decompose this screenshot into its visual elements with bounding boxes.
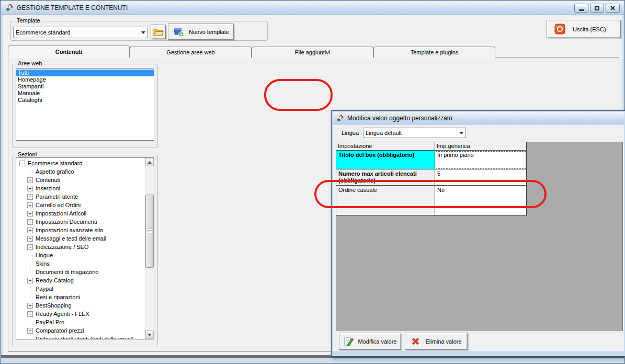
- dialog-grid-body: Titolo del box (obbligatorio) In primo p…: [336, 151, 622, 215]
- aree-web-item[interactable]: Cataloghi: [16, 97, 154, 104]
- tree-item[interactable]: + Parametri utente: [17, 192, 144, 201]
- main-titlebar[interactable]: GESTIONE TEMPLATE E CONTENUTI: [1, 1, 624, 15]
- tree-expand-icon[interactable]: [27, 320, 33, 325]
- dialog-grid-header-cell[interactable]: Imp.generica: [435, 142, 527, 151]
- tree-item[interactable]: PayPal Pro: [17, 318, 144, 326]
- elimina-valore-button[interactable]: Elimina valore: [405, 333, 468, 350]
- tree-expand-icon[interactable]: +: [27, 186, 33, 191]
- dialog-grid-row[interactable]: Titolo del box (obbligatorio) In primo p…: [336, 151, 622, 169]
- maximize-button[interactable]: [590, 4, 604, 13]
- tree-item[interactable]: + Carrello ed Ordini: [17, 201, 144, 209]
- aree-web-item[interactable]: Homepage: [16, 76, 154, 83]
- tree-item[interactable]: Skins: [17, 259, 144, 268]
- edit-pencil-icon: [344, 336, 354, 346]
- tree-expand-icon[interactable]: +: [27, 278, 33, 283]
- dialog-grid-row[interactable]: Numero max articoli elencati (obbligator…: [336, 169, 622, 186]
- exit-button[interactable]: Uscita (ESC): [547, 20, 621, 38]
- tree-expand-icon[interactable]: [27, 169, 33, 175]
- aree-web-item[interactable]: Tutti: [16, 70, 154, 76]
- tree-item[interactable]: + Impostazioni Articoli: [17, 209, 144, 218]
- tree-expand-icon[interactable]: [27, 294, 33, 300]
- tree-item[interactable]: + Impostazioni avanzate sito: [17, 226, 144, 234]
- tree-item[interactable]: Documenti di magazzino: [17, 268, 144, 276]
- tree-expand-icon[interactable]: +: [27, 194, 33, 200]
- template-combobox-value: Ecommerce standard: [14, 29, 139, 36]
- tree-item[interactable]: Richieste degli utenti (testi delle emai…: [17, 335, 144, 339]
- modifica-valore-button[interactable]: Modifica valore: [339, 333, 401, 350]
- tree-expand-icon[interactable]: [27, 261, 33, 267]
- dialog-cell-impostazione[interactable]: Ordine casuale: [336, 186, 435, 208]
- arrow-up-icon: [147, 161, 152, 164]
- tree-item[interactable]: + Contenuti: [17, 176, 144, 184]
- tree-item[interactable]: + Indicizzazione / SEO: [17, 243, 144, 251]
- power-icon: [554, 24, 565, 35]
- dialog-cell-valore[interactable]: 5: [435, 169, 527, 186]
- tree-expand-icon[interactable]: +: [27, 211, 33, 217]
- tree-expand-icon[interactable]: [27, 336, 33, 340]
- dialog-app-icon: [336, 114, 344, 123]
- tree-expand-icon[interactable]: +: [27, 228, 33, 233]
- close-button[interactable]: [606, 4, 620, 13]
- aree-web-item[interactable]: Manuale: [16, 90, 154, 97]
- tree-expand-icon[interactable]: +: [27, 202, 33, 208]
- tree-expand-icon[interactable]: +: [27, 219, 33, 225]
- dialog-cell-impostazione[interactable]: Titolo del box (obbligatorio): [336, 151, 435, 169]
- new-template-button[interactable]: Nuovo template: [168, 24, 234, 40]
- dialog-grid-row[interactable]: [336, 208, 622, 215]
- tree-expand-icon[interactable]: +: [27, 236, 33, 242]
- tree-expand-icon[interactable]: -: [19, 161, 25, 166]
- dialog-titlebar[interactable]: Modifica valori oggetto personalizzato: [333, 112, 624, 124]
- tree-item[interactable]: - Ecommerce standard: [17, 159, 144, 167]
- tree-item-label: Skins: [36, 260, 50, 267]
- tab[interactable]: File aggiuntivi: [252, 47, 373, 58]
- tree-item-label: BestShopping: [36, 302, 72, 309]
- tree-item[interactable]: Resi e riparazioni: [17, 293, 144, 301]
- tree-item[interactable]: + Ready Agenti - FLEX: [17, 310, 144, 318]
- tree-expand-icon[interactable]: +: [27, 328, 33, 334]
- tree-item[interactable]: Paypal: [17, 285, 144, 293]
- tree-item-label: Comparatori prezzi: [36, 327, 84, 334]
- tree-item[interactable]: Lingue: [17, 251, 144, 259]
- scroll-up-button[interactable]: [145, 158, 154, 166]
- dialog-cell-impostazione[interactable]: [336, 208, 435, 215]
- dialog-grid-row[interactable]: Ordine casuale No: [336, 186, 622, 208]
- template-combobox[interactable]: Ecommerce standard: [13, 27, 148, 38]
- open-template-button[interactable]: [151, 25, 166, 39]
- template-combobox-arrow[interactable]: [139, 27, 147, 38]
- scrollbar-thumb[interactable]: [145, 195, 154, 268]
- tree-expand-icon[interactable]: +: [27, 177, 33, 183]
- dialog-lingua-arrow[interactable]: [457, 128, 465, 138]
- tree-scrollbar[interactable]: [145, 158, 154, 339]
- tree-expand-icon[interactable]: [27, 286, 33, 292]
- tree-item[interactable]: + Inserzioni: [17, 184, 144, 192]
- tree-item-label: Impostazioni Documenti: [36, 219, 97, 225]
- dialog-cell-impostazione[interactable]: Numero max articoli elencati (obbligator…: [336, 169, 435, 186]
- tree-expand-icon[interactable]: +: [27, 303, 33, 309]
- tree-item[interactable]: + BestShopping: [17, 301, 144, 310]
- tree-item[interactable]: + Comparatori prezzi: [17, 326, 144, 335]
- dialog-lingua-value: Lingua default: [363, 130, 457, 136]
- tab[interactable]: Gestione aree web: [130, 47, 252, 58]
- tree-item[interactable]: Aspetto grafico: [17, 167, 144, 176]
- dialog-cell-valore[interactable]: No: [435, 186, 527, 208]
- tree-item[interactable]: + Messaggi e testi delle email: [17, 234, 144, 243]
- minimize-button[interactable]: [574, 4, 588, 13]
- dialog-grid-header-cell[interactable]: Impostazione: [336, 142, 435, 151]
- tab[interactable]: Contenuti: [8, 46, 130, 58]
- dialog-grid: Impostazione Imp.generica Titolo del box…: [336, 142, 623, 331]
- tab[interactable]: Template e plugins: [373, 47, 495, 58]
- tree-item[interactable]: + Impostazioni Documenti: [17, 218, 144, 226]
- tree-expand-icon[interactable]: [27, 253, 33, 258]
- dialog-lingua-combobox[interactable]: Lingua default: [363, 128, 466, 138]
- dialog-cell-valore[interactable]: [435, 208, 527, 215]
- chevron-down-icon: [141, 31, 145, 34]
- aree-web-item[interactable]: Stampanti: [16, 83, 154, 90]
- new-template-label: Nuovo template: [189, 29, 229, 35]
- tree-expand-icon[interactable]: +: [27, 311, 33, 317]
- tree-expand-icon[interactable]: +: [27, 244, 33, 250]
- dialog-cell-valore[interactable]: In primo piano: [435, 151, 527, 169]
- window-title: GESTIONE TEMPLATE E CONTENUTI: [17, 4, 128, 12]
- scroll-down-button[interactable]: [145, 331, 154, 339]
- tree-item[interactable]: + Ready Catalog: [17, 276, 144, 285]
- tree-expand-icon[interactable]: [27, 269, 33, 275]
